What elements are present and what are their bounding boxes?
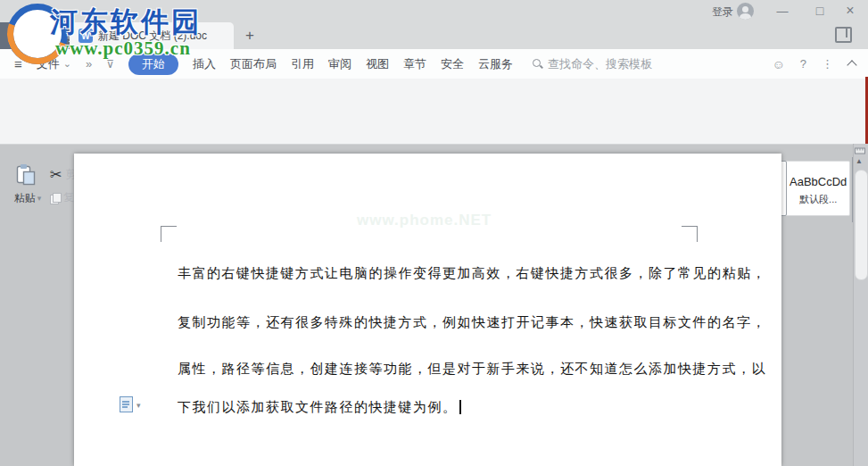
side-panel-icon[interactable] <box>835 27 852 43</box>
copy-icon <box>50 193 60 203</box>
document-page[interactable] <box>74 154 781 466</box>
paste-button[interactable] <box>12 162 39 187</box>
search-icon <box>533 59 542 69</box>
maximize-button[interactable]: □ <box>810 2 830 20</box>
tab-security[interactable]: 安全 <box>441 56 464 72</box>
document-text-line[interactable]: 属性，路径等信息，创建连接等功能，但是对于新手来说，还不知道怎么添加快捷方式，以 <box>178 361 690 378</box>
help-icon[interactable]: ? <box>800 57 806 71</box>
site-url-watermark: www.pc0359.cn <box>55 37 191 60</box>
wps-writer-window: WPS 文字 W 新建 DOC 文档 (2).doc + 登录 — □ × ≡ … <box>0 0 868 466</box>
ribbon-toolbar: 粘贴▾ ✂ 剪切 复制 格式刷 宋体▾ 五号▾ <box>0 79 868 145</box>
minimize-button[interactable]: — <box>773 2 792 20</box>
close-button[interactable]: × <box>840 2 860 20</box>
style-name: 默认段... <box>799 193 837 206</box>
text-boundary-mark-left <box>161 226 177 242</box>
menu-right-icons: ☺ ? ⋮ <box>772 57 856 71</box>
mini-document-icon <box>120 396 133 412</box>
login-button[interactable]: 登录 <box>712 4 733 20</box>
tab-review[interactable]: 审阅 <box>328 56 351 72</box>
ruler-toggle-icon[interactable] <box>855 147 865 154</box>
scroll-up-icon[interactable]: ▲ <box>856 157 863 165</box>
document-text-line[interactable]: 丰富的右键快捷键方式让电脑的操作变得更加高效，右键快捷方式很多，除了常见的粘贴， <box>178 265 690 282</box>
search-placeholder: 查找命令、搜索模板 <box>548 56 652 72</box>
site-name-watermark: 河东软件园 <box>50 4 202 41</box>
avatar[interactable] <box>737 3 754 20</box>
tab-view[interactable]: 视图 <box>366 56 389 72</box>
command-search-input[interactable]: 查找命令、搜索模板 <box>533 56 652 72</box>
scrollbar-thumb[interactable] <box>855 170 868 280</box>
style-default-paragraph[interactable]: AaBbCcDd 默认段... <box>787 162 849 215</box>
tab-cloud[interactable]: 云服务 <box>478 56 513 72</box>
feedback-smiley-icon[interactable]: ☺ <box>772 57 784 71</box>
document-text-line[interactable]: 下我们以添加获取文件路径的快捷键为例。 <box>178 399 690 416</box>
tab-insert[interactable]: 插入 <box>193 56 216 72</box>
page-watermark: www.phome.NET <box>357 212 492 229</box>
more-options-icon[interactable]: ⋮ <box>822 57 833 71</box>
dropdown-icon: ▾ <box>37 194 42 203</box>
tab-page-layout[interactable]: 页面布局 <box>230 56 277 72</box>
document-text-line[interactable]: 复制功能等，还有很多特殊的快捷方式，例如快速打开记事本，快速获取目标文件的名字， <box>178 314 690 331</box>
style-sample: AaBbCcDd <box>789 171 847 193</box>
text-cursor <box>459 400 461 414</box>
dropdown-icon: ▾ <box>136 401 141 410</box>
paste-options-widget[interactable]: ▾ <box>120 396 141 412</box>
tab-section[interactable]: 章节 <box>403 56 426 72</box>
paste-icon <box>15 163 37 187</box>
collapse-ribbon-icon[interactable] <box>847 60 856 70</box>
text-boundary-mark-right <box>682 226 698 242</box>
paste-label[interactable]: 粘贴▾ <box>7 191 48 205</box>
scissors-icon: ✂ <box>50 166 62 183</box>
tab-references[interactable]: 引用 <box>291 56 314 72</box>
new-tab-button[interactable]: + <box>241 27 259 45</box>
